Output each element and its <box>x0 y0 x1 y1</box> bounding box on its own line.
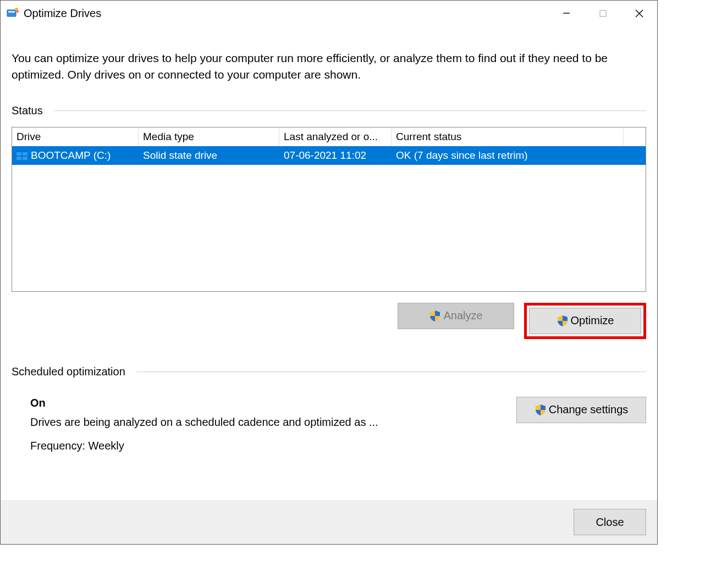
scheduled-frequency: Frequency: Weekly <box>30 440 505 452</box>
drive-media-type: Solid state drive <box>139 149 279 162</box>
scheduled-body: On Drives are being analyzed on a schedu… <box>12 388 646 452</box>
drive-list[interactable]: Drive Media type Last analyzed or o... C… <box>12 127 646 292</box>
svg-rect-9 <box>23 152 27 156</box>
scheduled-on-label: On <box>30 397 505 409</box>
scheduled-section: Scheduled optimization On Drives are bei… <box>12 365 646 452</box>
optimize-highlight: Optimize <box>524 303 646 339</box>
intro-text: You can optimize your drives to help you… <box>12 50 646 84</box>
column-last-analyzed[interactable]: Last analyzed or o... <box>279 127 392 146</box>
change-settings-label: Change settings <box>549 403 629 416</box>
close-label: Close <box>596 516 624 529</box>
scheduled-description: Drives are being analyzed on a scheduled… <box>30 416 505 429</box>
optimize-button[interactable]: Optimize <box>529 308 641 334</box>
action-buttons: Analyze Optimize <box>12 303 646 339</box>
change-settings-button[interactable]: Change settings <box>516 397 646 423</box>
close-window-button[interactable] <box>621 1 657 26</box>
drive-current-status: OK (7 days since last retrim) <box>392 149 624 162</box>
column-drive[interactable]: Drive <box>12 127 139 146</box>
analyze-label: Analyze <box>443 309 482 322</box>
footer-bar: Close <box>1 500 657 544</box>
svg-rect-11 <box>23 157 27 160</box>
scheduled-label: Scheduled optimization <box>12 365 125 378</box>
optimize-drives-window: Optimize Drives You can optimize your dr… <box>0 0 658 545</box>
svg-rect-1 <box>8 11 15 13</box>
svg-rect-5 <box>600 10 606 16</box>
maximize-button[interactable] <box>585 1 621 26</box>
shield-icon <box>557 315 569 327</box>
window-controls <box>548 1 657 26</box>
content-area: You can optimize your drives to help you… <box>1 26 657 500</box>
drive-last-analyzed: 07-06-2021 11:02 <box>279 149 392 162</box>
svg-rect-10 <box>16 157 21 160</box>
svg-rect-0 <box>7 10 16 16</box>
drive-name: BOOTCAMP (C:) <box>31 149 111 162</box>
app-icon <box>6 7 19 20</box>
minimize-button[interactable] <box>548 1 585 26</box>
drive-list-header: Drive Media type Last analyzed or o... C… <box>12 127 646 146</box>
drive-row[interactable]: BOOTCAMP (C:) Solid state drive 07-06-20… <box>12 146 646 165</box>
status-divider <box>54 110 646 111</box>
svg-rect-8 <box>16 152 21 156</box>
shield-icon <box>429 310 441 322</box>
status-section-header: Status <box>12 104 646 117</box>
close-button[interactable]: Close <box>574 509 646 535</box>
titlebar: Optimize Drives <box>1 1 657 26</box>
column-tail <box>624 127 646 146</box>
scheduled-divider <box>136 371 646 372</box>
drive-icon <box>16 150 27 161</box>
svg-point-3 <box>16 10 19 13</box>
status-label: Status <box>12 104 43 117</box>
window-title: Optimize Drives <box>24 7 548 20</box>
column-current-status[interactable]: Current status <box>392 127 624 146</box>
shield-icon <box>535 404 547 416</box>
optimize-label: Optimize <box>571 314 614 327</box>
column-media-type[interactable]: Media type <box>139 127 279 146</box>
analyze-button: Analyze <box>398 303 514 329</box>
scheduled-section-header: Scheduled optimization <box>12 365 646 378</box>
